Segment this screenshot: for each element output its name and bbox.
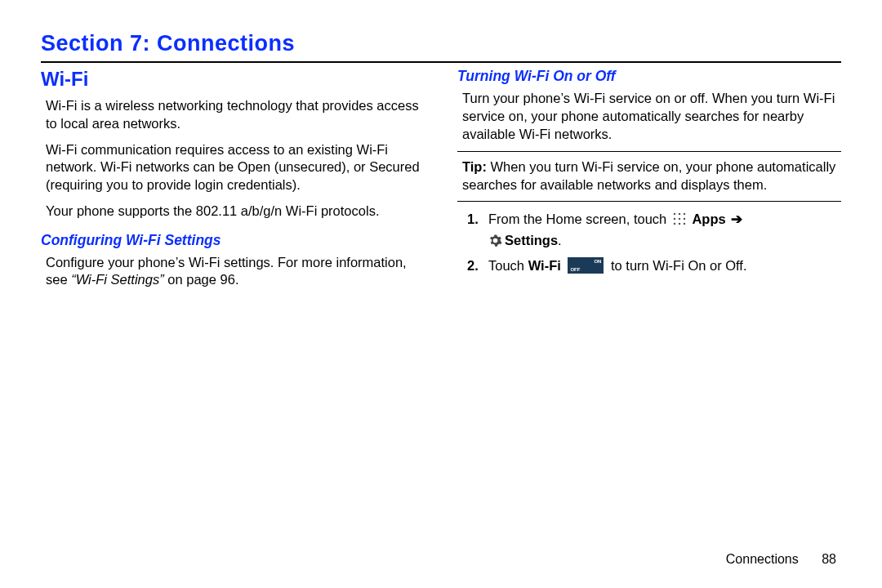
config-text-b: on page 96. bbox=[164, 272, 239, 287]
settings-label: Settings bbox=[505, 233, 558, 247]
wifi-label: Wi-Fi bbox=[528, 258, 561, 273]
apps-label: Apps bbox=[692, 212, 725, 226]
tip-block: Tip: When you turn Wi-Fi service on, you… bbox=[462, 158, 836, 194]
steps-list: 1. From the Home screen, touch Apps ➔ Se… bbox=[467, 208, 841, 276]
toggle-on-text: ON bbox=[594, 258, 601, 265]
divider-thin-top bbox=[457, 151, 841, 152]
apps-icon bbox=[672, 212, 687, 226]
configuring-heading: Configuring Wi-Fi Settings bbox=[41, 232, 425, 249]
two-column-layout: Wi-Fi Wi-Fi is a wireless networking tec… bbox=[41, 68, 841, 297]
step-1-number: 1. bbox=[467, 208, 482, 229]
tip-text: When you turn Wi-Fi service on, your pho… bbox=[462, 159, 835, 192]
tip-label: Tip: bbox=[462, 159, 487, 174]
turning-wifi-text: Turn your phone’s Wi-Fi service on or of… bbox=[462, 90, 841, 143]
arrow-icon: ➔ bbox=[731, 212, 742, 226]
step-1: 1. From the Home screen, touch Apps ➔ Se… bbox=[467, 208, 841, 252]
toggle-off-text: OFF bbox=[570, 266, 580, 273]
wifi-heading: Wi-Fi bbox=[41, 68, 425, 91]
divider-thin-bottom bbox=[457, 201, 841, 202]
left-column: Wi-Fi Wi-Fi is a wireless networking tec… bbox=[41, 68, 425, 297]
manual-page: Section 7: Connections Wi-Fi Wi-Fi is a … bbox=[0, 0, 882, 588]
footer-chapter: Connections bbox=[726, 552, 799, 566]
step-2-number: 2. bbox=[467, 255, 482, 276]
footer-page-number: 88 bbox=[822, 552, 836, 566]
page-footer: Connections 88 bbox=[726, 552, 836, 567]
step-2-text: Touch Wi-Fi ON OFF to turn Wi-Fi On or O… bbox=[488, 255, 841, 276]
right-column: Turning Wi-Fi On or Off Turn your phone’… bbox=[457, 68, 841, 297]
step-2: 2. Touch Wi-Fi ON OFF to turn Wi-Fi On o… bbox=[467, 255, 841, 276]
wifi-intro-1: Wi-Fi is a wireless networking technolog… bbox=[46, 97, 425, 133]
section-title: Section 7: Connections bbox=[41, 31, 841, 61]
step-2-prefix: Touch bbox=[488, 258, 528, 273]
turning-wifi-heading: Turning Wi-Fi On or Off bbox=[457, 68, 841, 85]
xref-wifi-settings[interactable]: “Wi-Fi Settings” bbox=[71, 272, 164, 287]
step-1-period: . bbox=[558, 233, 562, 247]
step-1-prefix: From the Home screen, touch bbox=[488, 212, 670, 226]
gear-icon bbox=[488, 232, 502, 246]
step-2-suffix: to turn Wi-Fi On or Off. bbox=[607, 258, 746, 273]
configuring-text: Configure your phone’s Wi-Fi settings. F… bbox=[46, 254, 425, 290]
divider-thick bbox=[41, 61, 841, 63]
wifi-intro-2: Wi-Fi communication requires access to a… bbox=[46, 141, 425, 194]
step-1-text: From the Home screen, touch Apps ➔ Setti… bbox=[488, 208, 841, 252]
wifi-toggle-icon: ON OFF bbox=[568, 257, 604, 274]
wifi-intro-3: Your phone supports the 802.11 a/b/g/n W… bbox=[46, 203, 425, 220]
